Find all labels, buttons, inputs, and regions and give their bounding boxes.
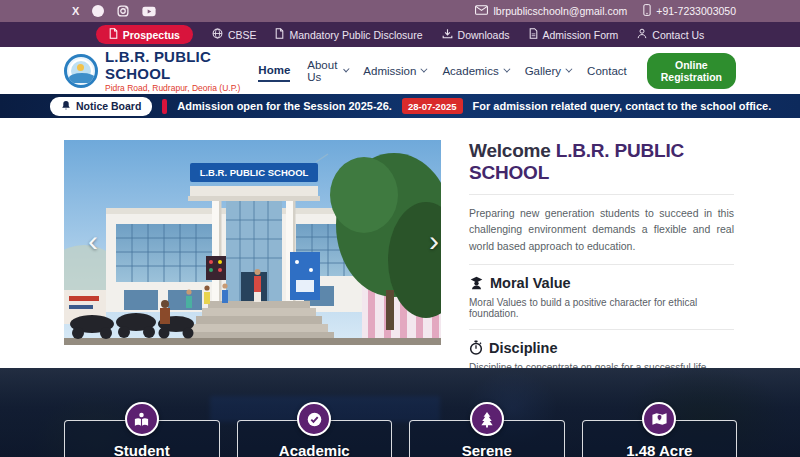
instagram-icon[interactable] xyxy=(117,5,129,17)
social-links: X f xyxy=(72,5,156,17)
chevron-down-icon xyxy=(421,66,428,73)
quicklink-admission-form[interactable]: Admission Form xyxy=(529,28,619,41)
notice-board-button[interactable]: Notice Board xyxy=(50,97,152,116)
stopwatch-icon xyxy=(469,340,483,355)
check-circle-icon xyxy=(297,402,331,436)
email-link[interactable]: lbrpublicschooln@gmail.com xyxy=(475,5,627,17)
facility-card-serene[interactable]: Serene xyxy=(409,420,565,457)
map-pin-icon xyxy=(642,402,676,436)
form-icon xyxy=(529,28,538,41)
school-building-photo: L.B.R. PUBLIC SCHOOL xyxy=(64,140,441,345)
notice-board-label: Notice Board xyxy=(76,100,141,112)
chevron-down-icon xyxy=(343,66,349,72)
facebook-icon[interactable]: f xyxy=(92,5,104,17)
feature-text: Moral Values to build a positive charact… xyxy=(469,297,734,319)
document-icon xyxy=(275,28,284,41)
quicklink-downloads[interactable]: Downloads xyxy=(442,28,510,41)
notice-marker xyxy=(162,99,167,114)
chevron-down-icon xyxy=(503,66,510,73)
email-icon xyxy=(475,5,488,17)
quicklink-cbse[interactable]: CBSE xyxy=(212,28,257,41)
email-text: lbrpublicschooln@gmail.com xyxy=(493,5,627,17)
nav-contact[interactable]: Contact xyxy=(587,61,627,81)
online-registration-button[interactable]: Online Registration xyxy=(647,53,736,89)
nav-label: About Us xyxy=(307,59,338,83)
feature-moral-value: Moral Value Moral Values to build a posi… xyxy=(469,275,734,319)
quicklink-mandatory-disclosure[interactable]: Mandatory Public Disclosure xyxy=(275,28,422,41)
youtube-icon[interactable] xyxy=(142,6,156,17)
graduate-icon xyxy=(469,275,484,290)
main-nav: Home About Us Admission Academics Galler… xyxy=(258,53,736,89)
quicklink-contact-us[interactable]: Contact Us xyxy=(637,28,704,41)
quicklink-label: Downloads xyxy=(458,29,510,41)
hero-carousel: L.B.R. PUBLIC SCHOOL xyxy=(64,140,441,345)
globe-icon xyxy=(212,28,223,41)
school-address: Pidra Road, Rudrapur, Deoria (U.P.) xyxy=(105,83,258,93)
welcome-section: Welcome L.B.R. PUBLIC SCHOOL Preparing n… xyxy=(469,118,734,373)
quicklink-label: CBSE xyxy=(228,29,257,41)
facility-label: Serene xyxy=(410,442,564,457)
welcome-intro: Preparing new generation students to suc… xyxy=(469,205,734,254)
phone-icon xyxy=(643,4,651,18)
facility-card-student[interactable]: Student xyxy=(64,420,220,457)
book-reader-icon xyxy=(125,402,159,436)
nav-about-us[interactable]: About Us xyxy=(307,55,346,87)
facility-card-academic[interactable]: Academic xyxy=(237,420,393,457)
phone-link[interactable]: +91-7233003050 xyxy=(643,4,736,18)
document-icon xyxy=(109,28,118,41)
prospectus-label: Prospectus xyxy=(123,29,180,41)
contact-info: lbrpublicschooln@gmail.com +91-723300305… xyxy=(475,4,736,18)
notice-message-1: Admission open for the Session 2025-26. xyxy=(177,100,392,112)
divider xyxy=(469,329,734,330)
nav-label: Home xyxy=(258,64,290,76)
school-logo xyxy=(64,54,98,88)
main-header: L.B.R. PUBLIC SCHOOL Pidra Road, Rudrapu… xyxy=(0,47,800,94)
nav-academics[interactable]: Academics xyxy=(442,61,507,81)
tree-icon xyxy=(470,402,504,436)
quick-links-bar: Prospectus CBSE Mandatory Public Disclos… xyxy=(0,22,800,47)
carousel-prev-button[interactable]: ‹ xyxy=(88,225,98,255)
welcome-title-prefix: Welcome xyxy=(469,140,556,161)
facility-label: Student xyxy=(65,442,219,457)
download-icon xyxy=(442,28,453,41)
welcome-title: Welcome L.B.R. PUBLIC SCHOOL xyxy=(469,140,734,184)
top-social-bar: X f lbrpublicschooln@gmail.com +91-72330… xyxy=(0,0,800,22)
facility-label: Academic xyxy=(238,442,392,457)
person-icon xyxy=(637,28,647,41)
quicklink-label: Contact Us xyxy=(652,29,704,41)
feature-title: Discipline xyxy=(489,340,558,356)
facilities-cards: Student Academic Serene 1.48 Acre xyxy=(64,420,737,457)
nav-home[interactable]: Home xyxy=(258,60,290,82)
facility-card-area[interactable]: 1.48 Acre xyxy=(582,420,738,457)
divider xyxy=(469,264,734,265)
phone-text: +91-7233003050 xyxy=(656,5,736,17)
nav-admission[interactable]: Admission xyxy=(363,61,425,81)
nav-label: Academics xyxy=(442,65,498,77)
nav-label: Admission xyxy=(363,65,416,77)
divider xyxy=(469,194,734,195)
notice-bar: Notice Board Admission open for the Sess… xyxy=(0,94,800,118)
quicklink-label: Admission Form xyxy=(543,29,619,41)
notice-message-2: For admission related query, contact to … xyxy=(473,100,772,112)
notice-date-badge: 28-07-2025 xyxy=(402,98,463,114)
main-content: L.B.R. PUBLIC SCHOOL xyxy=(0,118,800,368)
school-brand[interactable]: L.B.R. PUBLIC SCHOOL Pidra Road, Rudrapu… xyxy=(64,48,258,93)
quicklink-label: Mandatory Public Disclosure xyxy=(289,29,422,41)
feature-title: Moral Value xyxy=(490,275,571,291)
nav-gallery[interactable]: Gallery xyxy=(525,61,570,81)
facilities-section: Student Academic Serene 1.48 Acre xyxy=(0,368,800,457)
prospectus-button[interactable]: Prospectus xyxy=(96,25,193,44)
chevron-down-icon xyxy=(565,66,572,73)
school-name: L.B.R. PUBLIC SCHOOL xyxy=(105,48,258,82)
nav-label: Gallery xyxy=(525,65,561,77)
bell-icon xyxy=(61,100,71,113)
x-twitter-icon[interactable]: X xyxy=(72,5,79,17)
carousel-next-button[interactable]: › xyxy=(429,225,439,255)
nav-label: Contact xyxy=(587,65,627,77)
building-sign-text: L.B.R. PUBLIC SCHOOL xyxy=(200,167,309,178)
facility-label: 1.48 Acre xyxy=(583,442,737,457)
